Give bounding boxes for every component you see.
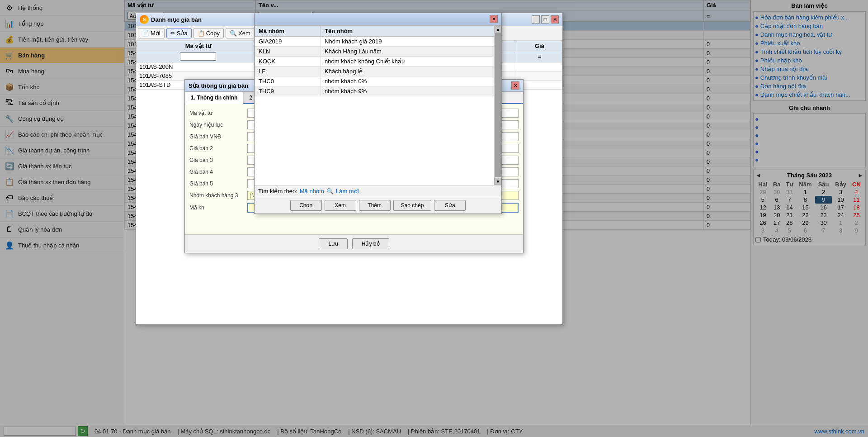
stgb-close-btn[interactable]: ✕	[511, 81, 519, 90]
stgb-window-controls: ✕	[511, 81, 519, 90]
copy-icon: 📋	[198, 30, 205, 37]
stgb-tab-1[interactable]: 1. Thông tin chính	[185, 92, 243, 104]
stgb-label-ma-kh: Mã kh	[189, 204, 244, 211]
stgb-label-gia-vnd: Giá bán VNĐ	[189, 133, 244, 140]
view-icon: 🔍	[230, 30, 237, 37]
stgb-luu-btn[interactable]: Lưu	[319, 238, 347, 249]
dmgb-filter-ma-input[interactable]	[180, 52, 216, 61]
nkh-titlebar: ✕	[255, 13, 501, 25]
edit-icon: ✏	[170, 30, 175, 37]
stgb-label-gia-2: Giá bán 2	[189, 145, 244, 152]
stgb-footer: Lưu Hủy bỏ	[185, 234, 523, 253]
dmgb-view-btn[interactable]: 🔍 Xem	[226, 28, 255, 38]
nkh-table-container[interactable]: Mã nhóm Tên nhóm GIA2019 Nhóm khách giá …	[255, 25, 494, 185]
nkh-scrollbar[interactable]: ▲ ▼	[494, 25, 501, 185]
nkh-lam-moi-link[interactable]: Làm mới	[336, 188, 359, 195]
nkh-table-row[interactable]: GIA2019 Nhóm khách giá 2019	[255, 37, 494, 47]
nkh-table-row[interactable]: KLN Khách Hàng Lâu năm	[255, 47, 494, 57]
nkh-window-controls: ✕	[490, 15, 498, 23]
nkh-scroll-up[interactable]: ▲	[495, 25, 501, 33]
stgb-label-gia-4: Giá bán 4	[189, 169, 244, 175]
nkh-table-row[interactable]: KOCK nhóm khách không Chiết khấu	[255, 57, 494, 66]
nkh-table: Mã nhóm Tên nhóm GIA2019 Nhóm khách giá …	[255, 25, 494, 96]
stgb-title: Sửa thông tin giá bán	[189, 82, 248, 89]
nkh-window: ✕ Mã nhóm Tên nhóm GIA2019 Nhóm khách gi…	[254, 13, 502, 214]
stgb-label-gia-3: Giá bán 3	[189, 157, 244, 163]
stgb-huy-bo-btn[interactable]: Hủy bỏ	[352, 238, 389, 249]
nkh-table-row[interactable]: THC9 nhóm khách 9%	[255, 86, 494, 96]
dmgb-logo: S	[140, 15, 149, 24]
nkh-table-row[interactable]: THC0 nhóm khách 0%	[255, 76, 494, 86]
nkh-search-icon: 🔍	[326, 188, 334, 195]
dmgb-maximize-btn[interactable]: □	[541, 15, 549, 24]
dmgb-new-btn[interactable]: 📄 Mới	[138, 28, 165, 38]
dmgb-copy-btn[interactable]: 📋 Copy	[193, 28, 224, 38]
nkh-sua-btn[interactable]: Sửa	[434, 200, 466, 211]
nkh-them-btn[interactable]: Thêm	[359, 200, 391, 211]
nkh-search-type: Mã nhóm	[300, 188, 324, 195]
nkh-search-label: Tìm kiếm theo:	[258, 188, 297, 195]
dmgb-edit-btn[interactable]: ✏ Sửa	[166, 28, 192, 38]
dmgb-window-controls: _ □ ✕	[532, 15, 559, 24]
new-icon: 📄	[142, 30, 149, 37]
nkh-scroll-down[interactable]: ▼	[495, 178, 501, 185]
nkh-col-ten: Tên nhóm	[321, 26, 494, 37]
nkh-close-btn[interactable]: ✕	[490, 15, 498, 23]
dmgb-col-gia: Giá	[517, 41, 562, 51]
dmgb-col-ma: Mã vật tư	[137, 41, 260, 51]
dmgb-minimize-btn[interactable]: _	[532, 15, 540, 24]
stgb-label-ngay: Ngày hiệu lực	[189, 122, 244, 128]
stgb-label-ma-vat-tu: Mã vật tư	[189, 110, 244, 116]
nkh-chon-btn[interactable]: Chọn	[290, 200, 322, 211]
nkh-col-ma: Mã nhóm	[255, 26, 321, 37]
dmgb-close-btn[interactable]: ✕	[551, 15, 559, 24]
nkh-scroll-thumb[interactable]	[495, 33, 501, 177]
nkh-sao-chep-btn[interactable]: Sao chép	[393, 200, 432, 211]
stgb-label-gia-5: Giá bán 5	[189, 180, 244, 187]
nkh-table-row[interactable]: LE Khách hàng lẻ	[255, 66, 494, 76]
dmgb-title: S Danh mục giá bán	[140, 15, 202, 24]
stgb-label-nhom-kh-3: Nhóm khách hàng 3	[189, 192, 244, 199]
nkh-search-row: Tìm kiếm theo: Mã nhóm 🔍 Làm mới	[255, 185, 501, 197]
nkh-btn-row: Chọn Xem Thêm Sao chép Sửa	[255, 197, 501, 214]
nkh-xem-btn[interactable]: Xem	[325, 200, 356, 211]
